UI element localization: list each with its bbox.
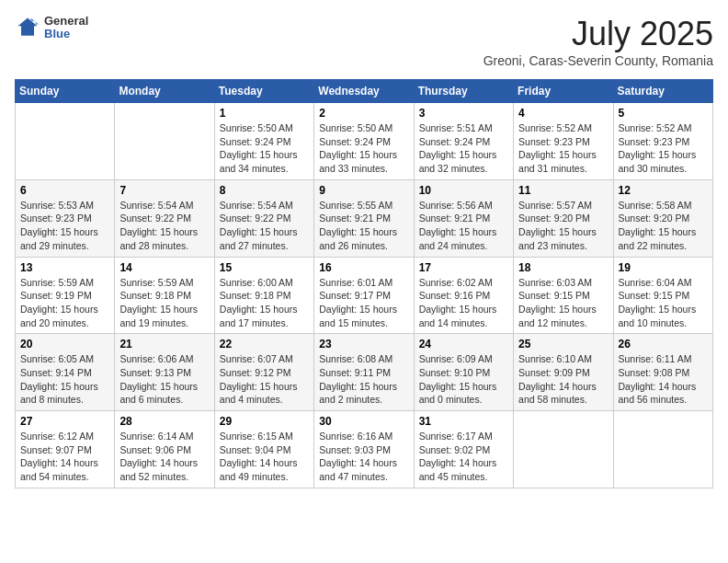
calendar-cell: 26Sunrise: 6:11 AMSunset: 9:08 PMDayligh… bbox=[613, 334, 712, 411]
day-number: 10 bbox=[419, 184, 508, 197]
calendar-cell: 28Sunrise: 6:14 AMSunset: 9:06 PMDayligh… bbox=[115, 411, 214, 488]
day-number: 21 bbox=[119, 338, 209, 350]
calendar-week-5: 27Sunrise: 6:12 AMSunset: 9:07 PMDayligh… bbox=[16, 411, 713, 488]
calendar-cell: 3Sunrise: 5:51 AMSunset: 9:24 PMDaylight… bbox=[414, 103, 513, 180]
header-thursday: Thursday bbox=[414, 80, 513, 103]
header-monday: Monday bbox=[115, 80, 214, 103]
day-number: 11 bbox=[518, 184, 608, 197]
calendar-cell: 18Sunrise: 6:03 AMSunset: 9:15 PMDayligh… bbox=[514, 257, 613, 334]
calendar-cell: 6Sunrise: 5:53 AMSunset: 9:23 PMDaylight… bbox=[16, 179, 115, 257]
calendar-cell: 17Sunrise: 6:02 AMSunset: 9:16 PMDayligh… bbox=[414, 257, 513, 334]
day-info: Sunrise: 6:15 AMSunset: 9:04 PMDaylight:… bbox=[220, 430, 309, 484]
day-info: Sunrise: 5:52 AMSunset: 9:23 PMDaylight:… bbox=[619, 121, 708, 176]
day-number: 7 bbox=[119, 184, 209, 197]
day-info: Sunrise: 5:54 AMSunset: 9:22 PMDaylight:… bbox=[220, 199, 309, 253]
day-info: Sunrise: 6:08 AMSunset: 9:11 PMDaylight:… bbox=[319, 352, 408, 407]
day-info: Sunrise: 5:57 AMSunset: 9:20 PMDaylight:… bbox=[518, 199, 608, 253]
calendar-cell: 22Sunrise: 6:07 AMSunset: 9:12 PMDayligh… bbox=[214, 334, 313, 411]
day-info: Sunrise: 6:04 AMSunset: 9:15 PMDaylight:… bbox=[619, 276, 708, 330]
day-info: Sunrise: 6:16 AMSunset: 9:03 PMDaylight:… bbox=[319, 430, 408, 484]
day-number: 24 bbox=[419, 338, 508, 350]
day-number: 31 bbox=[419, 415, 508, 428]
calendar-cell: 11Sunrise: 5:57 AMSunset: 9:20 PMDayligh… bbox=[514, 179, 613, 257]
logo-general-text: General bbox=[44, 15, 88, 28]
calendar-cell: 12Sunrise: 5:58 AMSunset: 9:20 PMDayligh… bbox=[613, 179, 712, 257]
day-info: Sunrise: 6:05 AMSunset: 9:14 PMDaylight:… bbox=[20, 352, 109, 407]
header-friday: Friday bbox=[514, 80, 613, 103]
calendar-cell: 29Sunrise: 6:15 AMSunset: 9:04 PMDayligh… bbox=[214, 411, 313, 488]
calendar-week-1: 1Sunrise: 5:50 AMSunset: 9:24 PMDaylight… bbox=[16, 103, 713, 180]
day-info: Sunrise: 6:01 AMSunset: 9:17 PMDaylight:… bbox=[319, 276, 408, 330]
day-info: Sunrise: 6:02 AMSunset: 9:16 PMDaylight:… bbox=[419, 276, 508, 330]
calendar-cell: 5Sunrise: 5:52 AMSunset: 9:23 PMDaylight… bbox=[613, 103, 712, 180]
day-number: 2 bbox=[319, 107, 408, 120]
calendar-week-4: 20Sunrise: 6:05 AMSunset: 9:14 PMDayligh… bbox=[16, 334, 713, 411]
day-info: Sunrise: 6:14 AMSunset: 9:06 PMDaylight:… bbox=[119, 430, 209, 484]
day-number: 25 bbox=[518, 338, 608, 350]
calendar-cell: 14Sunrise: 5:59 AMSunset: 9:18 PMDayligh… bbox=[115, 257, 214, 334]
day-number: 6 bbox=[20, 184, 109, 197]
calendar-cell: 21Sunrise: 6:06 AMSunset: 9:13 PMDayligh… bbox=[115, 334, 214, 411]
day-number: 4 bbox=[518, 107, 608, 120]
logo-blue-text: Blue bbox=[44, 28, 88, 40]
calendar-cell: 23Sunrise: 6:08 AMSunset: 9:11 PMDayligh… bbox=[314, 334, 414, 411]
day-number: 27 bbox=[20, 415, 109, 428]
day-info: Sunrise: 5:50 AMSunset: 9:24 PMDaylight:… bbox=[220, 121, 309, 176]
location-subtitle: Greoni, Caras-Severin County, Romania bbox=[483, 53, 713, 68]
day-number: 5 bbox=[619, 107, 708, 120]
day-number: 12 bbox=[619, 184, 708, 197]
day-number: 14 bbox=[119, 261, 209, 274]
calendar-cell: 20Sunrise: 6:05 AMSunset: 9:14 PMDayligh… bbox=[16, 334, 115, 411]
month-title: July 2025 bbox=[483, 15, 713, 53]
day-info: Sunrise: 5:51 AMSunset: 9:24 PMDaylight:… bbox=[419, 121, 508, 176]
day-info: Sunrise: 5:59 AMSunset: 9:18 PMDaylight:… bbox=[119, 276, 209, 330]
header-saturday: Saturday bbox=[613, 80, 712, 103]
calendar-cell: 7Sunrise: 5:54 AMSunset: 9:22 PMDaylight… bbox=[115, 179, 214, 257]
day-info: Sunrise: 5:52 AMSunset: 9:23 PMDaylight:… bbox=[518, 121, 608, 176]
header-sunday: Sunday bbox=[16, 80, 115, 103]
svg-marker-0 bbox=[18, 18, 38, 36]
header-tuesday: Tuesday bbox=[214, 80, 313, 103]
day-info: Sunrise: 6:12 AMSunset: 9:07 PMDaylight:… bbox=[20, 430, 109, 484]
title-block: July 2025 Greoni, Caras-Severin County, … bbox=[483, 15, 713, 68]
day-info: Sunrise: 5:58 AMSunset: 9:20 PMDaylight:… bbox=[619, 199, 708, 253]
calendar-cell: 9Sunrise: 5:55 AMSunset: 9:21 PMDaylight… bbox=[314, 179, 414, 257]
day-info: Sunrise: 6:10 AMSunset: 9:09 PMDaylight:… bbox=[518, 352, 608, 407]
calendar-cell: 13Sunrise: 5:59 AMSunset: 9:19 PMDayligh… bbox=[16, 257, 115, 334]
calendar-header-row: SundayMondayTuesdayWednesdayThursdayFrid… bbox=[16, 80, 713, 103]
day-number: 22 bbox=[220, 338, 309, 350]
calendar-cell: 30Sunrise: 6:16 AMSunset: 9:03 PMDayligh… bbox=[314, 411, 414, 488]
day-number: 13 bbox=[20, 261, 109, 274]
logo: General Blue bbox=[15, 15, 88, 41]
calendar-cell: 10Sunrise: 5:56 AMSunset: 9:21 PMDayligh… bbox=[414, 179, 513, 257]
day-info: Sunrise: 6:09 AMSunset: 9:10 PMDaylight:… bbox=[419, 352, 508, 407]
day-number: 16 bbox=[319, 261, 408, 274]
day-info: Sunrise: 6:17 AMSunset: 9:02 PMDaylight:… bbox=[419, 430, 508, 484]
day-info: Sunrise: 5:55 AMSunset: 9:21 PMDaylight:… bbox=[319, 199, 408, 253]
calendar-week-3: 13Sunrise: 5:59 AMSunset: 9:19 PMDayligh… bbox=[16, 257, 713, 334]
calendar-cell: 8Sunrise: 5:54 AMSunset: 9:22 PMDaylight… bbox=[214, 179, 313, 257]
day-number: 9 bbox=[319, 184, 408, 197]
day-info: Sunrise: 5:56 AMSunset: 9:21 PMDaylight:… bbox=[419, 199, 508, 253]
day-info: Sunrise: 6:11 AMSunset: 9:08 PMDaylight:… bbox=[619, 352, 708, 407]
calendar-cell bbox=[613, 411, 712, 488]
day-info: Sunrise: 6:00 AMSunset: 9:18 PMDaylight:… bbox=[220, 276, 309, 330]
calendar-week-2: 6Sunrise: 5:53 AMSunset: 9:23 PMDaylight… bbox=[16, 179, 713, 257]
day-number: 1 bbox=[220, 107, 309, 120]
day-info: Sunrise: 5:54 AMSunset: 9:22 PMDaylight:… bbox=[119, 199, 209, 253]
day-info: Sunrise: 6:03 AMSunset: 9:15 PMDaylight:… bbox=[518, 276, 608, 330]
day-number: 28 bbox=[119, 415, 209, 428]
calendar-cell: 15Sunrise: 6:00 AMSunset: 9:18 PMDayligh… bbox=[214, 257, 313, 334]
day-number: 17 bbox=[419, 261, 508, 274]
day-number: 29 bbox=[220, 415, 309, 428]
day-number: 19 bbox=[619, 261, 708, 274]
day-number: 18 bbox=[518, 261, 608, 274]
calendar-cell: 27Sunrise: 6:12 AMSunset: 9:07 PMDayligh… bbox=[16, 411, 115, 488]
day-number: 30 bbox=[319, 415, 408, 428]
day-number: 26 bbox=[619, 338, 708, 350]
header-wednesday: Wednesday bbox=[314, 80, 414, 103]
calendar-cell: 19Sunrise: 6:04 AMSunset: 9:15 PMDayligh… bbox=[613, 257, 712, 334]
calendar-cell bbox=[514, 411, 613, 488]
day-info: Sunrise: 5:53 AMSunset: 9:23 PMDaylight:… bbox=[20, 199, 109, 253]
calendar-cell: 24Sunrise: 6:09 AMSunset: 9:10 PMDayligh… bbox=[414, 334, 513, 411]
